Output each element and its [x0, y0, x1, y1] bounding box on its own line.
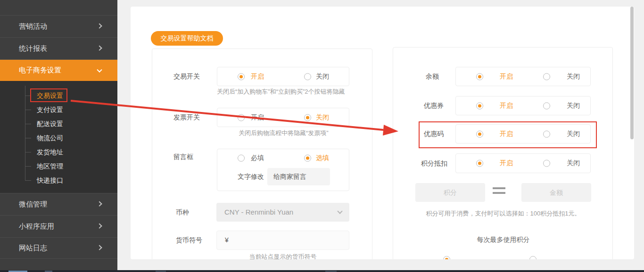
sidebar-item-partial [0, 0, 117, 16]
currency-symbol-helper: 当前站点显示的货币符号 [216, 254, 349, 259]
radio-on-label: 开启 [500, 72, 513, 81]
chevron-right-icon [97, 201, 102, 207]
sidebar-item-miniprogram[interactable]: 小程序应用 [0, 216, 117, 238]
message-box-group: 必填 选填 文字修改 给商家留言 [217, 149, 349, 191]
radio-off-label: 关闭 [316, 72, 329, 81]
radio-on[interactable] [238, 114, 245, 121]
tree-tick [25, 180, 31, 181]
sidebar-item-label: 电子商务设置 [19, 66, 61, 75]
trade-switch-helper: 关闭后“加入购物车”和“立刻购买”2个按钮将隐藏 [217, 88, 345, 95]
radio-fixed-value[interactable] [443, 256, 450, 259]
sidebar-item-site-logs[interactable]: 网站日志 [0, 238, 117, 259]
radio-off[interactable] [543, 73, 550, 80]
radio-off-label: 关闭 [567, 130, 580, 138]
radio-required[interactable] [238, 154, 245, 161]
invoice-switch-radio-group: 开启 关闭 [217, 108, 349, 127]
sidebar-item-payment-settings[interactable]: 支付设置 [37, 106, 63, 113]
radio-on[interactable] [476, 73, 483, 80]
chevron-down-icon [337, 208, 342, 214]
sidebar-item-label: 营销活动 [19, 22, 47, 31]
radio-ratio-value[interactable] [529, 256, 537, 259]
trade-settings-card: 交易开关 开启 关闭 关闭后“加入购物车”和“立刻购买”2个按钮将隐藏 发票开关… [152, 48, 372, 259]
discount-settings-card: 余额 开启 关闭 优惠券 开启 关闭 优惠码 开启 关闭 积分抵扣 [393, 47, 613, 259]
currency-symbol-input[interactable]: ¥ [216, 231, 349, 250]
equals-icon [493, 187, 505, 194]
sidebar-item-trade-settings[interactable]: 交易设置 [37, 92, 63, 99]
balance-radio-group: 开启 关闭 [455, 67, 591, 86]
radio-off-label: 关闭 [567, 159, 580, 168]
chevron-right-icon [97, 46, 102, 51]
points-deduction-radio-group: 开启 关闭 [455, 153, 591, 173]
amount-input[interactable]: 金额 [521, 183, 591, 202]
main-panel: 交易设置帮助文档 交易开关 开启 关闭 关闭后“加入购物车”和“立刻购买”2个按… [131, 7, 634, 259]
tree-tick [25, 152, 31, 152]
currency-label: 币种 [176, 209, 189, 216]
tree-tick [25, 124, 31, 124]
invoice-switch-label: 发票开关 [173, 114, 200, 121]
sidebar-item-region-management[interactable]: 地区管理 [37, 162, 63, 170]
trade-switch-label: 交易开关 [173, 73, 200, 80]
chevron-right-icon [97, 245, 102, 250]
trade-settings-help-button[interactable]: 交易设置帮助文档 [151, 31, 223, 46]
currency-symbol-label: 货币符号 [176, 237, 202, 244]
sidebar-item-reports[interactable]: 统计报表 [0, 38, 117, 60]
message-text-input[interactable]: 给商家留言 [267, 168, 330, 185]
sidebar-item-label: 统计报表 [19, 44, 47, 53]
message-box-label: 留言框 [173, 153, 193, 160]
sidebar-item-label: 网站日志 [19, 244, 47, 253]
radio-off[interactable] [543, 160, 550, 167]
coupon-radio-group: 开启 关闭 [455, 96, 591, 115]
sidebar: 营销活动 统计报表 电子商务设置 交易设置 支付设置 配送设置 物流公司 发货地… [0, 0, 117, 270]
coupon-label: 优惠券 [424, 102, 444, 109]
balance-label: 余额 [426, 73, 439, 80]
invoice-switch-helper: 关闭后购物流程中将隐藏“发票项” [239, 130, 329, 136]
radio-on-label: 开启 [500, 102, 513, 110]
sidebar-item-marketing[interactable]: 营销活动 [0, 16, 117, 38]
tree-tick [25, 138, 31, 138]
radio-off-label: 关闭 [567, 72, 580, 81]
points-exchange-helper: 积分可用于消费，支付时可以选择如：100积分抵扣1元。 [393, 210, 613, 217]
radio-on-label: 开启 [251, 113, 264, 122]
vertical-scrollbar-thumb[interactable] [630, 7, 634, 139]
radio-on-label: 开启 [500, 130, 513, 138]
sidebar-item-express-api[interactable]: 快递接口 [37, 176, 63, 184]
radio-optional[interactable] [304, 154, 311, 161]
page: 营销活动 统计报表 电子商务设置 交易设置 支付设置 配送设置 物流公司 发货地… [0, 0, 644, 272]
tree-tick [25, 96, 31, 96]
trade-switch-radio-group: 开启 关闭 [217, 67, 349, 86]
sidebar-item-ecommerce-settings[interactable]: 电子商务设置 [0, 60, 117, 81]
radio-off[interactable] [543, 130, 550, 137]
chevron-right-icon [97, 24, 102, 29]
radio-on[interactable] [476, 160, 483, 167]
message-box-radio-row: 必填 选填 [217, 149, 350, 167]
currency-select-value: CNY - Renminbi Yuan [224, 208, 293, 216]
radio-on[interactable] [238, 73, 245, 80]
radio-on-label: 开启 [251, 72, 264, 81]
radio-off-label: 关闭 [567, 102, 580, 110]
currency-select[interactable]: CNY - Renminbi Yuan [216, 203, 349, 222]
sidebar-item-label: 小程序应用 [19, 222, 54, 231]
max-points-title: 每次最多使用积分 [393, 236, 613, 243]
points-input[interactable]: 积分 [415, 183, 485, 202]
text-edit-label: 文字修改 [238, 173, 264, 180]
radio-off[interactable] [304, 73, 311, 80]
bottom-edge-bar [0, 270, 644, 272]
radio-off-label: 关闭 [316, 113, 329, 122]
tree-tick [25, 166, 31, 167]
sidebar-item-logistics-company[interactable]: 物流公司 [37, 134, 63, 142]
sidebar-submenu: 交易设置 支付设置 配送设置 物流公司 发货地址 地区管理 快递接口 [0, 81, 117, 193]
tree-tick [25, 110, 31, 110]
radio-off[interactable] [304, 114, 311, 121]
sidebar-item-label: 微信管理 [19, 200, 47, 209]
radio-required-label: 必填 [251, 154, 264, 162]
radio-on-label: 开启 [500, 159, 513, 168]
radio-on[interactable] [476, 130, 483, 137]
sidebar-item-delivery-settings[interactable]: 配送设置 [37, 120, 63, 128]
sidebar-item-shipping-address[interactable]: 发货地址 [37, 148, 63, 156]
chevron-down-icon [97, 67, 102, 72]
chevron-right-icon [97, 224, 102, 229]
sidebar-item-wechat[interactable]: 微信管理 [0, 193, 117, 216]
radio-off[interactable] [543, 102, 550, 109]
promo-code-radio-group: 开启 关闭 [455, 124, 591, 144]
radio-on[interactable] [476, 102, 483, 109]
